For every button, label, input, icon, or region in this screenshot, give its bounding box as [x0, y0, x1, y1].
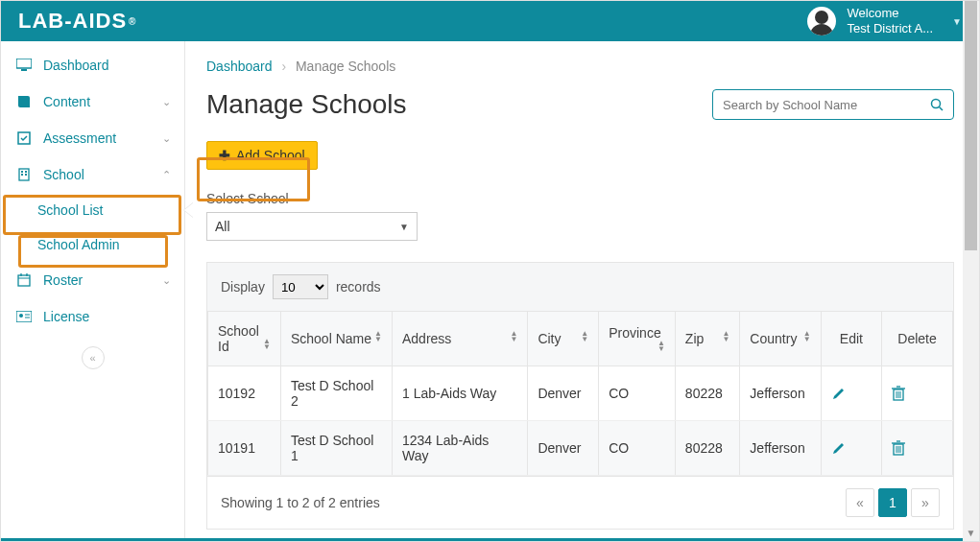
scroll-thumb[interactable]: [965, 1, 977, 250]
chevron-up-icon: ⌃: [162, 169, 171, 181]
display-count-select[interactable]: 10: [273, 274, 328, 299]
delete-button[interactable]: [882, 421, 953, 476]
svg-rect-4: [21, 171, 23, 173]
chevron-right-icon: ›: [281, 59, 286, 74]
col-zip[interactable]: Zip▲▼: [675, 312, 740, 366]
sidebar-item-content[interactable]: Content ⌄: [1, 83, 184, 120]
cell-city: Denver: [528, 421, 599, 476]
col-province[interactable]: Province▲▼: [599, 312, 676, 366]
page-prev-button[interactable]: «: [846, 488, 874, 517]
page-number-button[interactable]: 1: [878, 488, 907, 517]
svg-rect-7: [25, 174, 27, 176]
svg-rect-5: [25, 171, 27, 173]
sidebar-item-label: Assessment: [43, 130, 116, 146]
select-school-label: Select School: [206, 191, 954, 206]
search-icon[interactable]: [930, 98, 944, 111]
edit-button[interactable]: [821, 421, 881, 476]
col-country[interactable]: Country▲▼: [740, 312, 821, 366]
select-value: All: [215, 219, 230, 234]
search-input[interactable]: [723, 98, 930, 112]
display-prefix: Display: [221, 279, 265, 295]
trash-icon: [892, 440, 905, 456]
pagination: « 1 »: [846, 488, 940, 517]
monitor-icon: [14, 59, 34, 72]
svg-point-13: [19, 314, 23, 318]
svg-rect-12: [16, 311, 32, 322]
col-school-id[interactable]: School Id▲▼: [208, 312, 281, 366]
sort-icon: ▲▼: [722, 331, 729, 342]
user-text: Welcome Test District A...: [848, 6, 934, 35]
id-card-icon: [14, 311, 34, 322]
trash-icon: [892, 386, 905, 401]
cell-name: Test D School 1: [280, 421, 392, 476]
welcome-label: Welcome: [848, 6, 934, 21]
table-footer: Showing 1 to 2 of 2 entries « 1 »: [207, 476, 953, 529]
sidebar: Dashboard Content ⌄ Assessment ⌄: [1, 41, 185, 538]
col-edit: Edit: [821, 312, 881, 366]
sidebar-sub-school-list[interactable]: School List: [1, 193, 184, 227]
chevron-down-icon: ⌄: [162, 274, 171, 287]
sidebar-item-label: Roster: [43, 272, 83, 288]
page-next-button[interactable]: »: [911, 488, 940, 517]
search-box[interactable]: [712, 89, 954, 120]
breadcrumb: Dashboard › Manage Schools: [206, 59, 954, 74]
col-delete: Delete: [882, 312, 953, 366]
caret-down-icon: ▼: [952, 16, 962, 27]
pencil-icon: [831, 440, 847, 456]
sort-icon: ▲▼: [263, 339, 271, 350]
col-city[interactable]: City▲▼: [528, 312, 599, 366]
scroll-down-icon[interactable]: ▼: [963, 525, 979, 541]
sidebar-item-label: School Admin: [37, 237, 120, 252]
sidebar-item-assessment[interactable]: Assessment ⌄: [1, 120, 184, 156]
svg-rect-3: [19, 169, 29, 180]
sidebar-item-label: License: [43, 309, 89, 324]
svg-rect-6: [21, 174, 23, 176]
brand-text: LAB-AIDS: [18, 9, 127, 34]
cell-name: Test D School 2: [280, 366, 392, 421]
scrollbar[interactable]: ▲ ▼: [963, 1, 979, 541]
cell-id: 10191: [208, 421, 281, 476]
svg-point-16: [932, 100, 941, 108]
sidebar-item-roster[interactable]: Roster ⌄: [1, 262, 184, 298]
sidebar-sub-school-admin[interactable]: School Admin: [1, 227, 184, 262]
sidebar-item-school[interactable]: School ⌃: [1, 156, 184, 193]
display-suffix: records: [336, 279, 381, 295]
select-school-dropdown[interactable]: All ▼: [206, 212, 418, 241]
cell-zip: 80228: [675, 366, 740, 421]
cell-zip: 80228: [675, 421, 740, 476]
sidebar-item-label: School: [43, 167, 84, 182]
svg-line-17: [940, 107, 944, 111]
col-address[interactable]: Address▲▼: [393, 312, 528, 366]
svg-rect-1: [21, 69, 27, 71]
sidebar-item-label: Content: [43, 94, 90, 109]
sort-icon: ▲▼: [657, 341, 665, 352]
avatar-icon: [807, 7, 836, 35]
sidebar-item-label: School List: [37, 202, 103, 218]
sort-icon: ▲▼: [581, 331, 588, 342]
col-school-name[interactable]: School Name▲▼: [280, 312, 392, 366]
chevron-down-icon: ⌄: [162, 96, 171, 108]
check-square-icon: [14, 131, 34, 145]
collapse-sidebar-button[interactable]: «: [82, 346, 105, 369]
user-menu[interactable]: Welcome Test District A... ▼: [807, 6, 962, 35]
topbar: LAB-AIDS® Welcome Test District A... ▼: [1, 1, 979, 41]
add-button-label: Add School: [236, 148, 305, 163]
add-school-button[interactable]: ✚ Add School: [206, 141, 318, 170]
plus-icon: ✚: [219, 148, 230, 163]
user-name: Test District A...: [848, 21, 934, 36]
registered-icon: ®: [129, 16, 136, 27]
sidebar-item-license[interactable]: License: [1, 298, 184, 335]
cell-country: Jefferson: [740, 421, 821, 476]
calendar-icon: [14, 273, 34, 287]
brand-logo[interactable]: LAB-AIDS®: [18, 9, 136, 34]
cell-province: CO: [599, 421, 676, 476]
cell-address: 1234 Lab-Aids Way: [393, 421, 528, 476]
chevron-down-icon: ⌄: [162, 132, 171, 145]
cell-address: 1 Lab-Aids Way: [393, 366, 528, 421]
edit-button[interactable]: [821, 366, 881, 421]
delete-button[interactable]: [882, 366, 953, 421]
sort-icon: ▲▼: [803, 331, 811, 342]
breadcrumb-root[interactable]: Dashboard: [206, 59, 273, 74]
cell-province: CO: [599, 366, 676, 421]
sidebar-item-dashboard[interactable]: Dashboard: [1, 47, 184, 83]
